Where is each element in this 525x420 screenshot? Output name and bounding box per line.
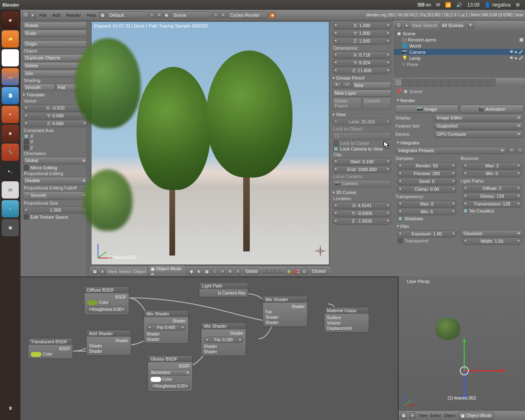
app-icon[interactable]: ✦ [2,106,19,123]
grease-pencil-header[interactable]: Grease Pencil [331,75,393,81]
search-icon[interactable]: 🔍 [468,22,475,29]
cursor-header[interactable]: 3D Cursor [331,189,393,196]
mini-mode-select[interactable]: ▣ Object Mode [458,412,494,420]
clip-end[interactable]: End: 1000.000 [333,166,391,173]
delete-frame[interactable]: Delete Frame [333,97,362,110]
origin-button[interactable]: Origin [23,40,88,48]
tab-render[interactable] [395,79,402,86]
device-select[interactable]: GPU Compute [434,130,523,138]
glossy-bounces[interactable]: Glossy: 128 [462,192,522,200]
shadows-check[interactable]: Shadows [395,216,458,221]
dash-icon[interactable]: ◉ [2,11,19,29]
object-menu[interactable]: Object [133,269,146,274]
volume-icon[interactable]: 🔊 [456,2,462,8]
exposure[interactable]: Exposure: 1.00 [397,230,457,237]
edit-texture-space[interactable]: Edit Texture Space [21,214,89,220]
propedit-select[interactable]: Disable≑ [23,177,88,185]
dim-x[interactable]: X: 8.718 [333,51,391,59]
pencil-icon[interactable]: ✎ [333,82,342,88]
new-layer-button[interactable]: New Layer [333,89,391,97]
falloff-select[interactable]: ⌒ Smooth≑ [23,191,88,200]
menu-help[interactable]: Help [84,13,98,18]
mode-select[interactable]: ▣ Object Mode ≑ [148,265,187,277]
outliner-lamp[interactable]: 💡 Lamp👁 ▸ 🖉 [394,55,525,61]
outliner-camera[interactable]: 📷 Camera👁 ▸ 🖉 [394,49,525,55]
preview-samples[interactable]: Preview: 200 [397,170,457,177]
firefox-icon[interactable]: 🦊 [2,68,19,85]
editor-type-icon[interactable]: ⓘ [22,12,29,18]
node-add-shader[interactable]: Add Shader Shader ShaderShader [86,330,131,356]
bounces-min[interactable]: Min: 0 [462,170,522,177]
node-material-output[interactable]: Material Outpu SurfaceVolumeDisplacement [324,307,369,333]
scale-button[interactable]: Scale [23,30,88,37]
snap-select[interactable]: Closest [309,268,329,274]
view-header[interactable]: View [331,111,393,118]
transmission-bounces[interactable]: Transmission: 128 [462,200,522,208]
constraint-y[interactable]: Y [21,139,89,145]
mini-3d-view[interactable]: User Persp (1) leaves.002 ▦▸ View Select… [398,276,525,420]
add-icon[interactable]: + [342,82,352,88]
settings-icon[interactable]: 🔧 [2,144,19,161]
menu-add[interactable]: Add [50,13,63,18]
outliner-scene[interactable]: ◉ Scene [394,30,525,37]
render-anim-button[interactable]: 🎬 Animation [460,105,523,113]
clock[interactable]: 13:09 [467,2,479,8]
integrator-presets[interactable]: Integrator Presets [395,147,507,154]
clip-start[interactable]: Start: 0.100 [333,158,391,165]
3d-viewport[interactable]: Elapsed: 01:07.33 | Done | Path Tracing … [91,21,329,265]
keyboard-icon[interactable]: ⌨ en [418,2,431,8]
orient-select[interactable]: Global [243,268,260,274]
menu-file[interactable]: File [37,13,49,18]
node-diffuse-bsdf[interactable]: Diffuse BSDF BSDF Color Roughness 0.00 [84,286,129,315]
snap-icon[interactable]: 🧲 [294,268,300,275]
render-image-button[interactable]: 📷 Image [395,105,459,113]
add-layout-icon[interactable]: + [148,12,155,18]
outliner-plane[interactable]: ▽ Plane [394,61,525,67]
vector-y[interactable]: Y: 0.000 [23,112,88,119]
menu-render[interactable]: Render [64,13,83,18]
node-mix-shader-3[interactable]: Mix Shader Shader Fac ShaderShader [262,296,308,327]
duplicate-button[interactable]: Duplicate Objects [23,54,88,62]
node-mix-shader-1[interactable]: Mix Shader Shader Fac 0.400 ShaderShader [144,310,189,344]
display-type[interactable]: All Scenes [439,22,466,29]
chrome-icon[interactable]: ◯ [2,49,19,66]
seed[interactable]: Seed: 0 [397,178,457,185]
music-icon[interactable]: ♪ [2,200,19,217]
del-scene-icon[interactable]: × [220,12,226,18]
layer-grid[interactable] [262,269,284,274]
outliner-world[interactable]: 🌐 World [394,43,525,49]
editor-type-icon[interactable]: ▦ [92,268,98,275]
dim-y[interactable]: Y: 9.324 [333,59,391,66]
user-menu[interactable]: 👤 negativa [484,2,511,8]
manipulator-gizmo[interactable] [440,338,505,404]
transform-z[interactable]: Z: 1.000 [333,37,391,45]
trans-max[interactable]: Max: 8 [397,200,457,208]
scene-icon[interactable]: ◉ [163,12,170,18]
ubuntu-icon[interactable]: ◉ [2,125,19,142]
new-button[interactable]: New [352,82,391,89]
camera-select[interactable]: 📷 Camera [333,180,391,187]
film-header[interactable]: Film [395,223,523,230]
scene-select[interactable]: Scene [171,11,212,19]
terminal-icon[interactable]: ▸_ [2,162,19,180]
layout-select[interactable]: Default [107,11,148,19]
lens-field[interactable]: Lens: 35.000 [333,118,391,126]
del-layout-icon[interactable]: × [156,12,162,18]
outliner-renderlayers[interactable]: ▢ RenderLayers▦ [394,37,525,43]
dim-z[interactable]: Z: 11.809 [333,67,391,74]
workspace-icon[interactable]: ▦ [2,219,19,236]
render-samples[interactable]: Render: 50 [397,162,457,169]
select-menu[interactable]: Select [119,269,132,274]
smooth-button[interactable]: Smooth [23,84,55,91]
engine-select[interactable]: Cycles Render [227,11,268,19]
expand-icon[interactable]: ▸ [30,12,36,18]
node-editor[interactable]: Diffuse BSDF BSDF Color Roughness 0.00 T… [21,276,525,420]
document-icon[interactable]: 📄 [2,87,19,104]
mail-icon[interactable]: ✉ [436,2,440,8]
wifi-icon[interactable]: 📶 [445,2,451,8]
trans-min[interactable]: Min: 8 [397,208,457,215]
feature-set-select[interactable]: Supported [434,122,523,130]
render-panel-header[interactable]: Render [395,97,523,104]
node-light-path[interactable]: Light PathIs Camera Ray [199,282,248,297]
lock-object-select[interactable]: ▢ [333,132,391,140]
